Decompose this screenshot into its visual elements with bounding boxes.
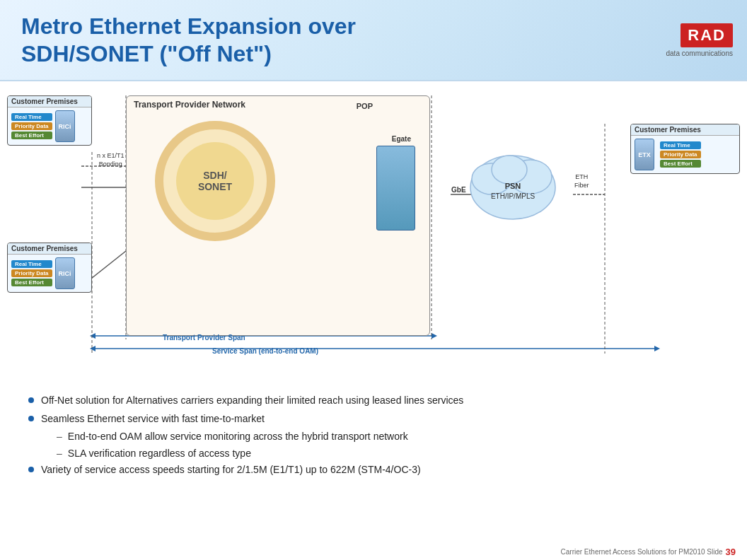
svg-text:PSN: PSN xyxy=(505,182,521,190)
sub-bullet-text-2: SLA verification regardless of access ty… xyxy=(68,447,251,461)
badge-besteffort-bottom: Best Effort xyxy=(11,279,52,286)
sub-bullet-text-1: End-to-end OAM allow service monitoring … xyxy=(68,430,408,444)
customer-premises-right: Customer Premises ETX Real Time Priority… xyxy=(630,124,740,174)
transport-network-label: Transport Provider Network xyxy=(127,96,429,113)
badges-right: Real Time Priority Data Best Effort xyxy=(660,141,701,168)
bullet-item-2: Seamless Ethernet service with fast time… xyxy=(28,412,719,426)
diagram-area: Customer Premises Real Time Priority Dat… xyxy=(0,81,747,385)
badge-priority-right: Priority Data xyxy=(660,151,701,158)
logo-subtitle: data communications xyxy=(666,49,734,57)
transport-provider-span-label: Transport Provider Span xyxy=(163,334,245,342)
pop-label: POP xyxy=(357,102,373,110)
badge-realtime-right: Real Time xyxy=(660,141,701,149)
logo-area: RAD data communications xyxy=(666,23,734,57)
bullet-dot-1 xyxy=(28,397,34,403)
footer-text: Carrier Ethernet Access Solutions for PM… xyxy=(561,548,723,556)
bullet-text-2: Seamless Ethernet service with fast time… xyxy=(41,412,265,426)
svg-marker-12 xyxy=(654,346,660,351)
svg-marker-9 xyxy=(432,333,437,339)
badge-besteffort-right: Best Effort xyxy=(660,160,701,168)
badges-bottom: Real Time Priority Data Best Effort xyxy=(11,260,52,286)
cp-content-bottom: Real Time Priority Data Best Effort RICi xyxy=(8,255,91,292)
bullet-dot-2 xyxy=(28,416,34,421)
sub-bullet-item-2: – SLA verification regardless of access … xyxy=(57,447,719,461)
svg-marker-11 xyxy=(90,346,95,351)
sub-bullet-item-1: – End-to-end OAM allow service monitorin… xyxy=(57,430,719,444)
bullets-area: Off-Net solution for Alternatives carrie… xyxy=(0,385,747,489)
rici-device-bottom: RICi xyxy=(55,257,75,289)
n-bonding-label: n x E1/T1 Bonding xyxy=(97,152,124,168)
rici-device-top: RICi xyxy=(55,110,75,142)
svg-text:ETH/IP/MPLS: ETH/IP/MPLS xyxy=(491,192,535,200)
badge-priority-top: Priority Data xyxy=(11,122,52,130)
logo: RAD xyxy=(681,23,733,47)
sdh-sonet-outer-circle: SDH/SONET xyxy=(155,121,275,241)
egate-label-text: Egate xyxy=(392,135,411,143)
cp-label-bottom: Customer Premises xyxy=(8,243,91,255)
cp-label-right: Customer Premises xyxy=(631,124,739,136)
bullet-dot-3 xyxy=(28,467,34,472)
sdh-sonet-label: SDH/SONET xyxy=(198,170,232,192)
badge-realtime-top: Real Time xyxy=(11,113,52,121)
header: Metro Ethernet Expansion over SDH/SONET … xyxy=(0,0,747,81)
service-span-label: Service Span (end-to-end OAM) xyxy=(212,347,318,355)
transport-provider-network: Transport Provider Network SDH/SONET POP… xyxy=(126,95,430,336)
gbe-label: GbE xyxy=(451,186,466,194)
badges-top: Real Time Priority Data Best Effort xyxy=(11,113,52,139)
egate-device xyxy=(376,146,415,231)
badge-besteffort-top: Best Effort xyxy=(11,132,52,139)
bullet-text-1: Off-Net solution for Alternatives carrie… xyxy=(41,394,463,408)
bullet-item-1: Off-Net solution for Alternatives carrie… xyxy=(28,394,719,408)
cp-content-top: Real Time Priority Data Best Effort RICi xyxy=(8,107,91,145)
page-title: Metro Ethernet Expansion over SDH/SONET … xyxy=(21,13,356,67)
psn-cloud: PSN ETH/IP/MPLS xyxy=(467,138,559,223)
psn-cloud-svg: PSN ETH/IP/MPLS xyxy=(467,138,559,223)
svg-point-20 xyxy=(492,156,527,184)
badge-realtime-bottom: Real Time xyxy=(11,260,52,268)
sub-dash-2: – xyxy=(57,447,62,461)
etx-device: ETX xyxy=(635,139,654,170)
sdh-sonet-inner-circle: SDH/SONET xyxy=(176,142,254,220)
cp-content-right: ETX Real Time Priority Data Best Effort xyxy=(631,136,739,173)
badge-priority-bottom: Priority Data xyxy=(11,269,52,277)
bullet-text-3: Variety of service access speeds startin… xyxy=(41,463,421,477)
footer: Carrier Ethernet Access Solutions for PM… xyxy=(0,544,747,560)
customer-premises-bottom-left: Customer Premises Real Time Priority Dat… xyxy=(7,243,92,293)
cp-label-top: Customer Premises xyxy=(8,96,91,107)
customer-premises-top-left: Customer Premises Real Time Priority Dat… xyxy=(7,95,92,146)
bullet-item-3: Variety of service access speeds startin… xyxy=(28,463,719,477)
sub-dash-1: – xyxy=(57,430,62,444)
eth-fiber-label: ETHFiber xyxy=(574,173,589,189)
svg-marker-8 xyxy=(90,333,95,339)
slide-number: 39 xyxy=(726,547,736,557)
